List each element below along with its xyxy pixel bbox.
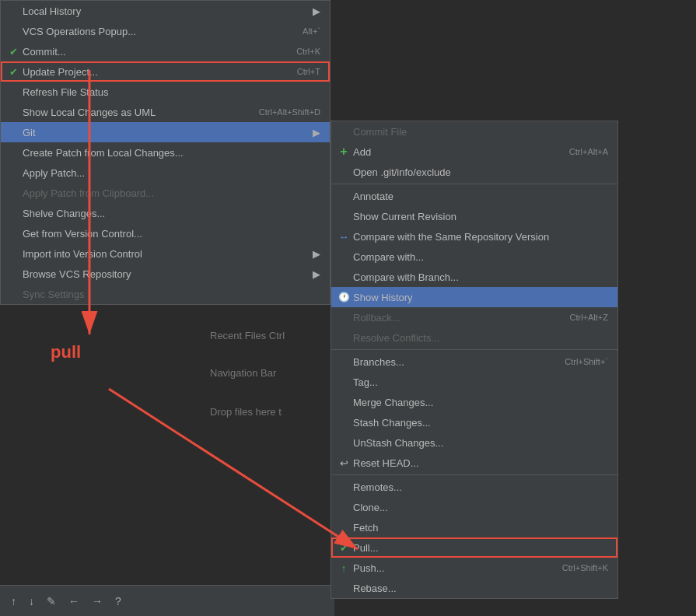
arrow-icon: ▶ [313, 248, 320, 260]
push-icon: ↑ [338, 562, 350, 574]
recent-files-label: Recent Files Ctrl [210, 330, 285, 341]
menu-item-local-history[interactable]: Local History ▶ [1, 1, 330, 21]
back-button[interactable]: ← [65, 593, 82, 609]
compare-icon: ↔ [338, 231, 350, 243]
separator-2 [331, 349, 617, 350]
menu-item-reset-head[interactable]: ↩ Reset HEAD... [331, 453, 617, 473]
menu-item-sync-settings: Sync Settings [1, 284, 330, 304]
menu-item-refresh-file-status[interactable]: Refresh File Status [1, 82, 330, 102]
menu-item-open-git-exclude[interactable]: Open .git/info/exclude [331, 162, 617, 182]
menu-item-push[interactable]: ↑ Push... Ctrl+Shift+K [331, 558, 617, 578]
menu-item-vcs-operations[interactable]: VCS Operations Popup... Alt+` [1, 21, 330, 41]
menu-item-apply-patch-clipboard: Apply Patch from Clipboard... [1, 183, 330, 203]
arrow-icon: ▶ [313, 268, 320, 280]
edit-button[interactable]: ✎ [44, 593, 59, 609]
menu-item-rollback: Rollback... Ctrl+Alt+Z [331, 307, 617, 327]
arrow-icon: ▶ [313, 5, 320, 17]
right-menu: Commit File + Add Ctrl+Alt+A Open .git/i… [331, 121, 618, 599]
help-button[interactable]: ? [112, 593, 124, 609]
menu-item-git[interactable]: Git ▶ [1, 122, 330, 142]
checkmark-icon: ✔ [7, 66, 19, 78]
pull-checkmark-icon: ✔ [338, 542, 350, 554]
separator-3 [331, 474, 617, 475]
menu-item-clone[interactable]: Clone... [331, 497, 617, 517]
menu-item-show-current-revision[interactable]: Show Current Revision [331, 206, 617, 226]
menu-item-fetch[interactable]: Fetch [331, 517, 617, 537]
pull-annotation: pull [51, 342, 81, 362]
checkmark-icon: ✔ [7, 46, 19, 58]
reset-icon: ↩ [338, 457, 350, 469]
clock-icon: 🕐 [338, 292, 350, 303]
navigation-bar-label: Navigation Bar [210, 367, 276, 379]
menu-item-import-vc[interactable]: Import into Version Control ▶ [1, 243, 330, 264]
menu-item-add[interactable]: + Add Ctrl+Alt+A [331, 142, 617, 162]
menu-item-remotes[interactable]: Remotes... [331, 477, 617, 497]
menu-item-annotate[interactable]: Annotate [331, 186, 617, 206]
menu-item-pull[interactable]: ✔ Pull... [331, 537, 617, 558]
menu-item-compare-with[interactable]: Compare with... [331, 247, 617, 267]
menu-item-merge-changes[interactable]: Merge Changes... [331, 392, 617, 412]
menu-item-shelve-changes[interactable]: Shelve Changes... [1, 203, 330, 223]
menu-item-show-history[interactable]: 🕐 Show History [331, 287, 617, 307]
add-icon: + [338, 145, 350, 159]
menu-item-unstash-changes[interactable]: UnStash Changes... [331, 432, 617, 453]
bottom-toolbar: ↑ ↓ ✎ ← → ? [0, 585, 334, 616]
menu-item-update-project[interactable]: ✔ Update Project... Ctrl+T [1, 61, 330, 82]
forward-button[interactable]: → [89, 593, 106, 609]
drop-files-label: Drop files here t [210, 406, 282, 418]
menu-item-create-patch[interactable]: Create Patch from Local Changes... [1, 142, 330, 163]
menu-item-apply-patch[interactable]: Apply Patch... [1, 163, 330, 183]
menu-item-commit-file: Commit File [331, 121, 617, 142]
left-menu: Local History ▶ VCS Operations Popup... … [0, 0, 331, 305]
menu-item-compare-same-repo[interactable]: ↔ Compare with the Same Repository Versi… [331, 226, 617, 247]
menu-item-stash-changes[interactable]: Stash Changes... [331, 412, 617, 432]
menu-item-tag[interactable]: Tag... [331, 372, 617, 392]
menu-item-commit[interactable]: ✔ Commit... Ctrl+K [1, 41, 330, 61]
menu-item-branches[interactable]: Branches... Ctrl+Shift+` [331, 352, 617, 372]
menu-item-compare-branch[interactable]: Compare with Branch... [331, 267, 617, 287]
menu-item-show-local-changes[interactable]: Show Local Changes as UML Ctrl+Alt+Shift… [1, 102, 330, 122]
menu-item-get-from-vc[interactable]: Get from Version Control... [1, 223, 330, 243]
scroll-up-button[interactable]: ↑ [8, 593, 19, 609]
menu-item-rebase[interactable]: Rebase... [331, 578, 617, 598]
menu-item-resolve-conflicts: Resolve Conflicts... [331, 327, 617, 348]
separator-1 [331, 184, 617, 184]
arrow-icon: ▶ [313, 127, 320, 138]
scroll-down-button[interactable]: ↓ [26, 593, 37, 609]
menu-item-browse-vcs[interactable]: Browse VCS Repository ▶ [1, 264, 330, 284]
